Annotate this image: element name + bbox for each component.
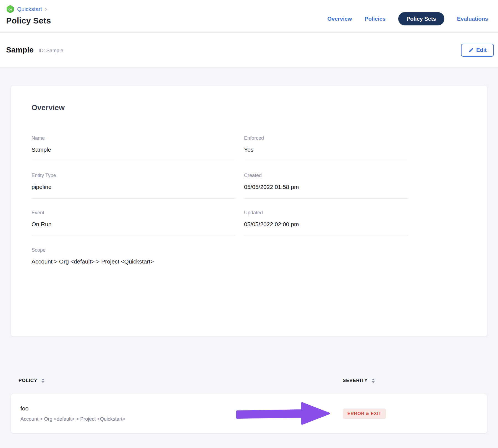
column-header-severity[interactable]: SEVERITY <box>332 378 487 383</box>
policy-table-row[interactable]: foo Account > Org <default> > Project <Q… <box>11 394 487 433</box>
overview-fields: Name Sample Entity Type pipeline Event O… <box>32 135 466 273</box>
policy-name: foo <box>20 405 332 412</box>
policy-cell: foo Account > Org <default> > Project <Q… <box>11 405 332 422</box>
entity-subheader: Sample ID: Sample Edit <box>0 33 498 68</box>
nav-tab-policies[interactable]: Policies <box>365 16 386 22</box>
sort-icon <box>371 378 375 383</box>
top-nav: Overview Policies Policy Sets Evaluation… <box>327 12 488 25</box>
field-label: Name <box>32 135 235 141</box>
chevron-right-icon: › <box>45 6 47 12</box>
field-label: Enforced <box>244 135 408 141</box>
field-label: Created <box>244 172 408 178</box>
overview-fields-left: Name Sample Entity Type pipeline Event O… <box>32 135 235 273</box>
field-entity-type: Entity Type pipeline <box>32 172 235 199</box>
policy-scope: Account > Org <default> > Project <Quick… <box>20 416 332 422</box>
header-left: ∞ Quickstart › Policy Sets <box>6 0 51 32</box>
overview-card: Overview Name Sample Entity Type pipelin… <box>11 86 487 336</box>
column-label: POLICY <box>19 378 37 383</box>
field-value: Yes <box>244 146 408 153</box>
policy-sets-page: ∞ Quickstart › Policy Sets Overview Poli… <box>0 0 498 448</box>
page-title: Policy Sets <box>6 16 51 25</box>
field-value: 05/05/2022 01:58 pm <box>244 183 408 191</box>
edit-button-label: Edit <box>476 47 487 53</box>
nav-tab-evaluations[interactable]: Evaluations <box>457 16 488 22</box>
project-icon: ∞ <box>6 5 14 13</box>
field-label: Event <box>32 210 235 216</box>
field-event: Event On Run <box>32 210 235 236</box>
overview-card-title: Overview <box>32 104 466 112</box>
page-header: ∞ Quickstart › Policy Sets Overview Poli… <box>0 0 498 33</box>
field-name: Name Sample <box>32 135 235 161</box>
breadcrumb: ∞ Quickstart › <box>6 5 51 13</box>
edit-button[interactable]: Edit <box>461 44 494 57</box>
entity-id: ID: Sample <box>39 48 63 54</box>
field-value: pipeline <box>32 183 235 191</box>
sort-icon <box>41 378 45 383</box>
severity-badge: ERROR & EXIT <box>343 409 386 419</box>
infinity-glyph: ∞ <box>8 7 12 12</box>
field-value: On Run <box>32 221 235 228</box>
breadcrumb-link-quickstart[interactable]: Quickstart <box>17 6 42 12</box>
policy-table-header: POLICY SEVERITY <box>11 336 487 394</box>
field-label: Scope <box>32 247 235 253</box>
entity-name: Sample <box>6 46 34 54</box>
severity-cell: ERROR & EXIT <box>332 409 487 419</box>
field-scope: Scope Account > Org <default> > Project … <box>32 247 235 273</box>
nav-tab-policy-sets[interactable]: Policy Sets <box>398 12 444 25</box>
field-value: Sample <box>32 146 235 153</box>
field-enforced: Enforced Yes <box>244 135 408 161</box>
pencil-icon <box>468 48 473 53</box>
nav-tab-overview[interactable]: Overview <box>327 16 352 22</box>
field-label: Updated <box>244 210 408 216</box>
overview-fields-right: Enforced Yes Created 05/05/2022 01:58 pm… <box>244 135 408 236</box>
column-label: SEVERITY <box>343 378 368 383</box>
field-label: Entity Type <box>32 172 235 178</box>
field-updated: Updated 05/05/2022 02:00 pm <box>244 210 408 236</box>
field-value: Account > Org <default> > Project <Quick… <box>32 258 235 265</box>
field-value: 05/05/2022 02:00 pm <box>244 221 408 228</box>
column-header-policy[interactable]: POLICY <box>19 378 332 383</box>
field-created: Created 05/05/2022 01:58 pm <box>244 172 408 199</box>
